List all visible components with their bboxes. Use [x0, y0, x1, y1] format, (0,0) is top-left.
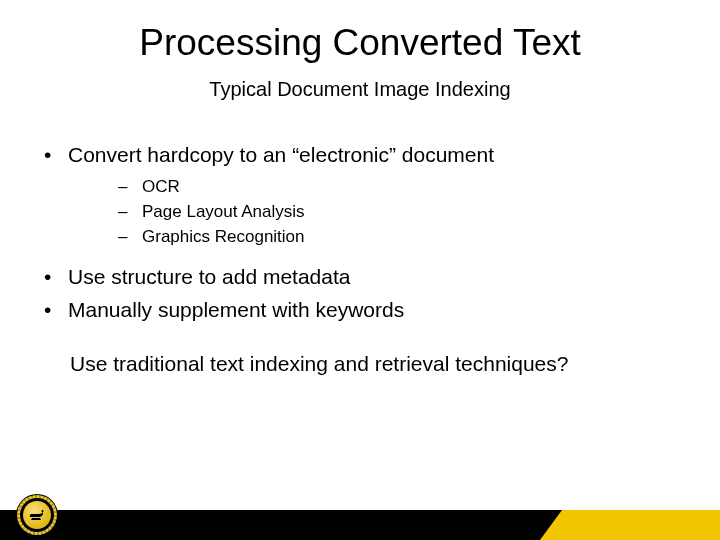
bullet-item: Use structure to add metadata: [30, 263, 690, 291]
footer-accent-diagonal: [540, 510, 562, 540]
bullet-text: Use structure to add metadata: [68, 265, 351, 288]
closing-text: Use traditional text indexing and retrie…: [30, 352, 690, 376]
lamp-seal-icon: [16, 494, 58, 536]
bullet-text: Manually supplement with keywords: [68, 298, 404, 321]
footer-accent: [540, 510, 720, 540]
svg-point-0: [41, 510, 43, 512]
lamp-icon: [28, 508, 46, 522]
slide-title: Processing Converted Text: [0, 0, 720, 64]
footer-accent-fill: [562, 510, 720, 540]
slide: Processing Converted Text Typical Docume…: [0, 0, 720, 540]
sub-bullet-item: Graphics Recognition: [68, 225, 690, 250]
bullet-list: Convert hardcopy to an “electronic” docu…: [30, 141, 690, 324]
slide-subtitle: Typical Document Image Indexing: [0, 78, 720, 101]
sub-bullet-item: Page Layout Analysis: [68, 200, 690, 225]
sub-bullet-list: OCR Page Layout Analysis Graphics Recogn…: [68, 175, 690, 249]
slide-body: Convert hardcopy to an “electronic” docu…: [0, 101, 720, 376]
sub-bullet-item: OCR: [68, 175, 690, 200]
bullet-item: Convert hardcopy to an “electronic” docu…: [30, 141, 690, 249]
slide-footer: [0, 492, 720, 540]
bullet-text: Convert hardcopy to an “electronic” docu…: [68, 143, 494, 166]
bullet-item: Manually supplement with keywords: [30, 296, 690, 324]
